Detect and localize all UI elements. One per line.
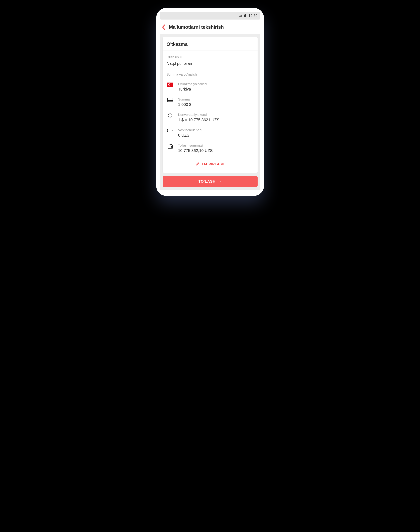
phone-frame: 12:30 Ma'lumotlarni tekshirish O'tkazma … <box>156 8 264 196</box>
amount-value: 1 000 $ <box>178 102 254 107</box>
transfer-card: O'tkazma Olish usuli Naqd pul bilan Summ… <box>163 37 258 173</box>
signal-icon <box>239 14 242 17</box>
row-rate: Konvertatsiya kursi 1 $ = 10 775,8621 UZ… <box>167 113 254 122</box>
fee-value: 0 UZS <box>178 133 254 138</box>
back-button[interactable] <box>162 24 165 30</box>
arrow-right-icon: → <box>217 179 222 184</box>
rate-label: Konvertatsiya kursi <box>178 113 254 117</box>
direction-label: O'tkazma yo'nalishi <box>178 82 254 86</box>
method-value: Naqd pul bilan <box>167 61 254 66</box>
rate-value: 1 $ = 10 775,8621 UZS <box>178 118 254 122</box>
card-icon <box>167 98 173 103</box>
card-title: O'tkazma <box>163 37 258 50</box>
pencil-icon <box>195 162 199 167</box>
turkey-flag-icon <box>167 83 173 87</box>
pay-button-label: TO'LASH <box>198 179 215 184</box>
row-amount: Summa 1 000 $ <box>167 98 254 107</box>
content-area: O'tkazma Olish usuli Naqd pul bilan Summ… <box>160 34 260 190</box>
row-total: To'lash summasi 10 775 862,10 UZS <box>167 144 254 153</box>
pay-button[interactable]: TO'LASH → <box>163 176 258 187</box>
fee-label: Vositachilik haqi <box>178 128 254 132</box>
direction-value: Turkiya <box>178 87 254 91</box>
amount-direction-label: Summa va yo'nalishi <box>167 72 254 77</box>
edit-button-label: TAHRIRLASH <box>202 162 224 166</box>
edit-button[interactable]: TAHRIRLASH <box>167 159 254 169</box>
total-value: 10 775 862,10 UZS <box>178 148 254 153</box>
row-direction: O'tkazma yo'nalishi Turkiya <box>167 82 254 91</box>
wallet-icon <box>167 144 173 150</box>
svg-rect-0 <box>245 14 246 14</box>
status-time: 12:30 <box>248 14 257 18</box>
svg-rect-1 <box>244 14 246 17</box>
exchange-icon <box>168 113 173 118</box>
row-fee: Vositachilik haqi 0 UZS <box>167 128 254 138</box>
svg-rect-2 <box>168 98 173 102</box>
total-label: To'lash summasi <box>178 144 254 147</box>
status-bar: 12:30 <box>160 12 260 20</box>
battery-icon <box>244 14 246 17</box>
ticket-icon <box>167 129 173 133</box>
navbar: Ma'lumotlarni tekshirish <box>160 20 260 34</box>
amount-label: Summa <box>178 98 254 101</box>
method-label: Olish usuli <box>167 55 254 59</box>
page-title: Ma'lumotlarni tekshirish <box>169 24 224 30</box>
svg-rect-3 <box>168 100 173 101</box>
svg-rect-4 <box>171 146 173 147</box>
